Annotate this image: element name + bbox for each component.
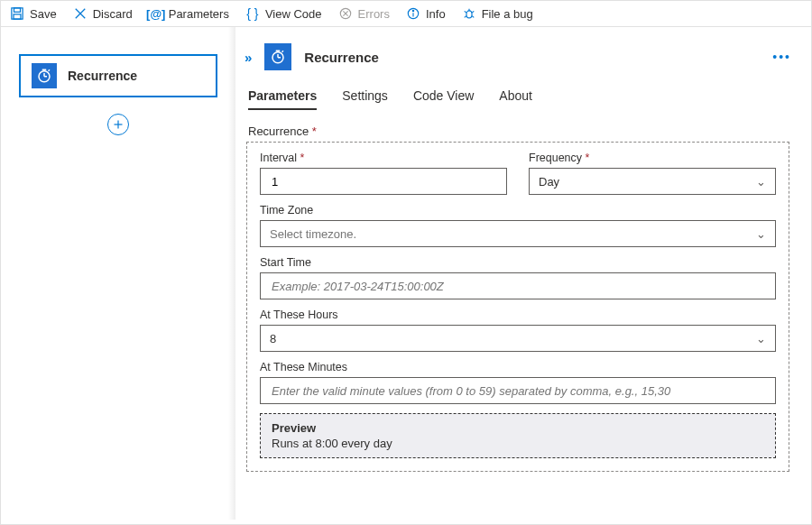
tab-settings[interactable]: Settings (342, 88, 388, 110)
parameters-label: Parameters (169, 7, 229, 21)
bug-icon (462, 6, 476, 21)
svg-point-10 (412, 10, 413, 11)
frequency-select[interactable]: Day ⌄ (529, 168, 776, 195)
minutes-input[interactable] (260, 377, 776, 404)
trigger-card-label: Recurrence (68, 69, 137, 83)
preview-text: Runs at 8:00 every day (272, 437, 764, 450)
save-label: Save (30, 7, 57, 21)
svg-rect-1 (14, 8, 21, 12)
interval-input[interactable] (260, 168, 507, 195)
frequency-label: Frequency * (529, 152, 776, 164)
trigger-card-recurrence[interactable]: Recurrence (19, 54, 217, 97)
parameters-icon: [@] (149, 6, 163, 21)
file-bug-label: File a bug (482, 7, 533, 21)
info-icon (406, 6, 420, 21)
panel-tabs: Parameters Settings Code View About (245, 88, 791, 110)
designer-canvas: Recurrence (1, 27, 235, 520)
start-time-input[interactable] (260, 272, 776, 299)
minutes-label: At These Minutes (260, 361, 776, 373)
discard-icon (73, 6, 88, 21)
svg-rect-2 (14, 14, 21, 19)
start-time-label: Start Time (260, 256, 776, 269)
timezone-label: Time Zone (260, 204, 776, 216)
chevron-down-icon: ⌄ (756, 227, 766, 241)
add-step-button[interactable] (107, 114, 129, 135)
errors-label: Errors (358, 7, 390, 21)
svg-line-13 (464, 11, 466, 13)
toolbar: Save Discard [@] Parameters { } View Cod… (1, 1, 811, 27)
svg-point-11 (466, 11, 472, 18)
tab-parameters[interactable]: Parameters (248, 88, 317, 110)
svg-line-28 (282, 51, 284, 52)
svg-line-14 (472, 11, 474, 13)
save-icon (10, 6, 24, 21)
clock-icon (32, 63, 57, 88)
panel-title: Recurrence (304, 50, 379, 65)
parameters-group: Interval * Frequency * Day ⌄ Time Zone S (246, 142, 789, 472)
info-button[interactable]: Info (406, 6, 446, 21)
panel-more-button[interactable]: ••• (772, 50, 791, 64)
hours-label: At These Hours (260, 309, 776, 321)
save-button[interactable]: Save (10, 6, 57, 21)
timezone-select[interactable]: Select timezone. ⌄ (260, 220, 776, 247)
svg-line-15 (464, 16, 466, 18)
file-bug-button[interactable]: File a bug (462, 6, 533, 21)
view-code-label: View Code (265, 7, 322, 21)
section-label-recurrence: Recurrence * (248, 124, 791, 138)
chevron-down-icon: ⌄ (756, 175, 766, 189)
tab-code-view[interactable]: Code View (413, 88, 474, 110)
details-pane: » Recurrence ••• Parameters Settings Cod… (235, 27, 811, 520)
discard-label: Discard (93, 7, 133, 21)
discard-button[interactable]: Discard (73, 6, 133, 21)
error-icon (338, 6, 353, 21)
info-label: Info (426, 7, 446, 21)
tab-about[interactable]: About (499, 88, 532, 110)
view-code-button[interactable]: { } View Code (245, 6, 322, 21)
braces-icon: { } (245, 6, 260, 21)
svg-line-21 (49, 69, 51, 71)
clock-icon (264, 43, 291, 70)
parameters-button[interactable]: [@] Parameters (149, 6, 229, 21)
preview-title: Preview (272, 421, 764, 435)
collapse-panel-button[interactable]: » (245, 50, 252, 65)
errors-button: Errors (338, 6, 390, 21)
svg-line-16 (472, 16, 474, 18)
hours-select[interactable]: 8 ⌄ (260, 325, 776, 352)
interval-label: Interval * (260, 152, 507, 164)
preview-box: Preview Runs at 8:00 every day (260, 413, 776, 458)
chevron-down-icon: ⌄ (756, 332, 766, 345)
